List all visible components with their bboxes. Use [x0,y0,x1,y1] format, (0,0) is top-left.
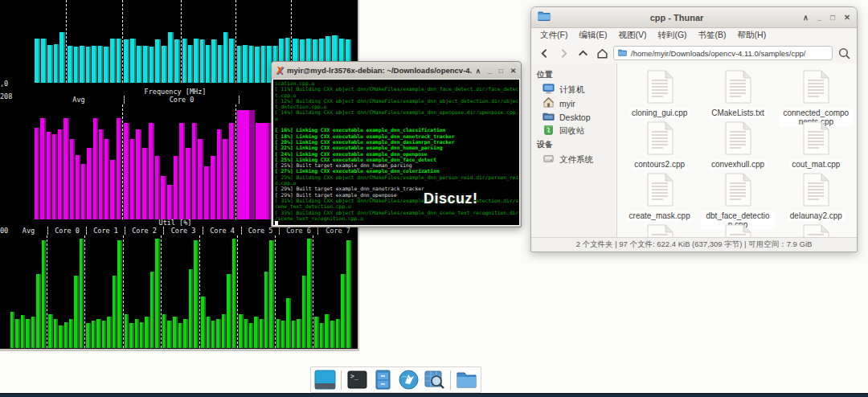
up-button[interactable] [575,46,591,60]
show-desktop-launcher[interactable] [313,368,337,391]
bar [135,319,139,348]
path-bar[interactable]: /home/myir/Downloads/opencv-4.11.0/sampl… [613,46,833,60]
file-item[interactable]: cout_mat.cpp [777,120,855,171]
bar [161,176,166,219]
sidebar-item-回收站[interactable]: 回收站 [531,124,616,137]
bar [86,323,90,348]
bar [150,272,154,348]
chart-section [34,104,122,219]
bar [137,46,142,83]
bar [232,239,236,348]
bar [192,123,198,219]
sidebar-item-myir[interactable]: myir [531,96,616,110]
file-item[interactable] [777,223,855,237]
column-label: Core 4 [203,227,241,235]
bar [15,319,19,348]
util-column-labels: AvgCore 0Core 1Core 2Core 3Core 4Core 5C… [10,227,358,235]
file-cabinet-launcher[interactable] [371,368,395,391]
minimize-button[interactable]: _ [488,67,492,75]
file-item[interactable]: connected_components.cpp [777,68,855,120]
bar [229,39,234,83]
bar [117,240,121,348]
document-icon [724,70,751,107]
document-icon [724,121,751,158]
bar [200,39,205,83]
bar [99,129,104,219]
minimize-button[interactable]: _ [817,14,821,22]
file-item[interactable]: contours2.cpp [620,120,698,171]
bar [74,276,78,348]
bar [168,32,174,83]
terminal-line: [ 18%] Linking CXX executable example_dn… [275,133,518,139]
maximize-button[interactable]: □ [499,67,503,75]
close-button[interactable]: ✕ [510,67,516,75]
app-finder-launcher[interactable] [423,368,446,391]
menu-item[interactable]: 文件(F) [534,30,573,41]
bar [117,118,121,219]
bar [136,129,141,219]
chart-section [313,235,352,348]
bar [107,317,111,348]
file-item[interactable]: dbt_face_detection.cpp [698,171,776,223]
file-item[interactable]: delaunay2.cpp [777,171,855,223]
bar [117,39,122,83]
file-item[interactable]: CMakeLists.txt [698,68,776,120]
sidebar-item-文件系统[interactable]: 文件系统 [531,153,616,166]
menu-item[interactable]: 书签(B) [693,30,732,41]
shade-button[interactable]: ∧ [476,67,481,75]
terminal-launcher[interactable]: >_ [346,368,369,391]
bar [162,46,167,83]
file-manager-launcher[interactable] [455,368,478,391]
menu-item[interactable]: 转到(G) [652,30,692,41]
bar [249,323,253,348]
terminal-line: [ 12%] Building CXX object dnn/CMakeFile… [275,98,518,104]
bar [26,319,30,348]
terminal-output[interactable]: ication.cpp.o[ 11%] Building CXX object … [272,79,520,226]
bar [74,47,80,83]
menu-item[interactable]: 编辑(E) [573,30,612,41]
file-list-view[interactable]: cloning_gui.cppCMakeLists.txtconnected_c… [617,63,857,237]
bar [341,274,346,348]
trash-icon [542,124,555,137]
sidebar-devices-header: 设备 [531,137,616,153]
menu-item[interactable]: 视图(V) [612,30,652,41]
bar [162,314,167,348]
maximize-button[interactable]: □ [830,14,835,22]
bar [48,314,52,348]
terminal-line: cene_text_detection.cpp.o [275,203,518,209]
file-item[interactable] [698,223,776,237]
column-label: Core 5 [241,227,279,235]
terminal-line: ication.cpp.o [275,80,518,86]
bar [69,319,73,348]
terminal-line: /scene_text_recognition.cpp.o [275,215,518,221]
chart-section [123,235,161,348]
home-button[interactable] [594,46,610,60]
web-browser-launcher[interactable] [397,368,420,391]
thunar-titlebar[interactable]: cpp - Thunar ∧ _ □ ✕ [531,7,857,28]
chart-section [181,0,235,83]
terminal-line: [ 25%] Linking CXX executable example_dn… [275,157,518,162]
sidebar-item-Desktop[interactable]: Desktop [531,110,616,124]
bar [223,32,228,83]
sidebar-item-label: 回收站 [559,125,585,137]
file-item[interactable]: convexhull.cpp [698,120,776,171]
file-item[interactable]: cloning_gui.cpp [620,68,698,120]
forward-button[interactable] [555,46,571,60]
shade-button[interactable]: ∧ [803,14,809,22]
close-button[interactable]: ✕ [844,14,850,22]
freq-axis-top-value: 208 [0,92,12,100]
search-button[interactable] [836,46,852,60]
bar [142,148,148,219]
menubar: 文件(F)编辑(E)视图(V)转到(G)书签(B)帮助(H) [531,28,857,43]
terminal-titlebar[interactable]: X myir@myd-lr3576x-debian: ~/Downloads/o… [272,62,521,79]
file-item[interactable] [620,223,698,237]
thunar-window: cpp - Thunar ∧ _ □ ✕ 文件(F)编辑(E)视图(V)转到(G… [530,6,858,252]
bar [70,139,75,219]
menu-item[interactable]: 帮助(H) [732,30,772,41]
bar [98,46,104,83]
terminal-title: myir@myd-lr3576x-debian: ~/Downloads/ope… [287,66,472,75]
file-item[interactable]: create_mask.cpp [620,171,698,223]
sidebar-item-计算机[interactable]: 计算机 [531,83,616,96]
bar [286,298,290,348]
back-button[interactable] [536,46,552,60]
